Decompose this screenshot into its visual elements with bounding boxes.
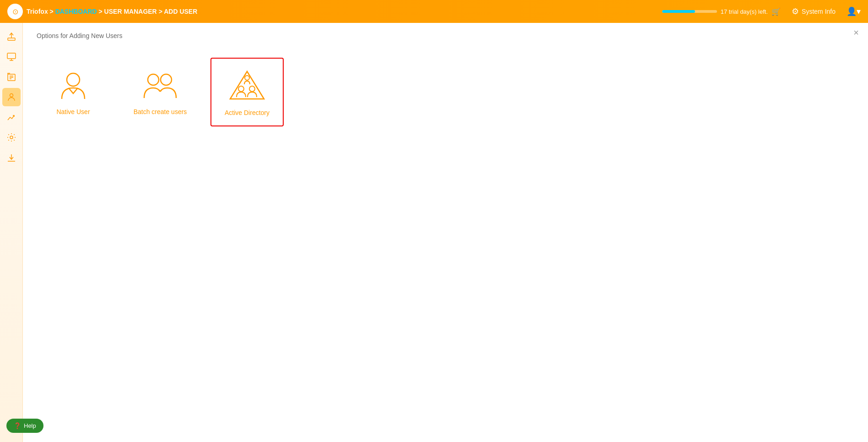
sidebar-item-monitor[interactable] (2, 48, 21, 66)
download-icon (6, 153, 16, 163)
batch-create-icon (140, 67, 181, 104)
svg-point-15 (161, 74, 172, 85)
trial-area: 17 trial day(s) left. 🛒 (662, 7, 781, 16)
analytics-icon (6, 112, 16, 122)
svg-point-13 (67, 73, 80, 86)
close-button[interactable]: × (853, 27, 859, 38)
main-layout: × Options for Adding New Users Native Us… (0, 23, 868, 442)
batch-create-label: Batch create users (134, 108, 187, 115)
breadcrumb-sep1: > (50, 8, 55, 15)
svg-point-19 (245, 76, 249, 80)
svg-point-10 (10, 136, 13, 139)
svg-point-9 (10, 94, 13, 97)
sidebar-item-analytics[interactable] (2, 108, 21, 126)
native-user-label: Native User (56, 108, 90, 115)
users-icon (6, 92, 16, 102)
active-directory-label: Active Directory (225, 109, 270, 116)
content-area: × Options for Adding New Users Native Us… (23, 23, 868, 442)
system-info[interactable]: ⚙ System Info (792, 6, 836, 16)
options-grid: Native User Batch create users (37, 58, 854, 126)
sidebar-item-settings[interactable] (2, 128, 21, 147)
header-left: ⊙ Triofox > DASHBOARD > USER MANAGER > A… (7, 4, 197, 19)
sidebar-item-users[interactable] (2, 88, 21, 106)
files-icon (6, 72, 16, 82)
header-right: 17 trial day(s) left. 🛒 ⚙ System Info 👤▾ (662, 6, 861, 16)
share-icon (6, 32, 16, 42)
help-label: Help (24, 422, 36, 429)
option-card-native-user[interactable]: Native User (37, 58, 110, 125)
breadcrumb: Triofox > DASHBOARD > USER MANAGER > ADD… (27, 8, 197, 15)
breadcrumb-app: Triofox (27, 8, 48, 15)
logo-icon: ⊙ (12, 7, 18, 16)
sidebar-item-download[interactable] (2, 148, 21, 167)
help-circle-icon: ❓ (14, 422, 21, 429)
breadcrumb-sep3: > (159, 8, 164, 15)
trial-progress-fill (662, 10, 695, 13)
logo[interactable]: ⊙ (7, 4, 23, 19)
trial-text: 17 trial day(s) left. (721, 8, 768, 15)
settings-icon (6, 132, 16, 142)
breadcrumb-add-user[interactable]: ADD USER (164, 8, 197, 15)
svg-point-14 (148, 74, 159, 85)
page-title: Options for Adding New Users (37, 32, 854, 39)
user-avatar-icon[interactable]: 👤▾ (846, 6, 861, 16)
sidebar-item-share[interactable] (2, 27, 21, 46)
svg-rect-0 (8, 38, 15, 40)
cart-icon[interactable]: 🛒 (771, 7, 781, 16)
header: ⊙ Triofox > DASHBOARD > USER MANAGER > A… (0, 0, 868, 23)
sidebar (0, 23, 23, 442)
svg-rect-2 (7, 53, 16, 59)
monitor-icon (6, 52, 16, 62)
system-info-label: System Info (802, 8, 836, 15)
option-card-batch-create[interactable]: Batch create users (124, 58, 197, 125)
breadcrumb-dashboard[interactable]: DASHBOARD (55, 8, 97, 15)
svg-point-17 (238, 86, 244, 92)
option-card-active-directory[interactable]: Active Directory (210, 58, 284, 126)
help-button[interactable]: ❓ Help (6, 419, 43, 433)
active-directory-icon (226, 68, 268, 104)
trial-progress-bar (662, 10, 717, 13)
gear-icon: ⚙ (792, 6, 799, 16)
sidebar-item-files[interactable] (2, 68, 21, 86)
breadcrumb-user-manager[interactable]: USER MANAGER (104, 8, 157, 15)
breadcrumb-sep2: > (99, 8, 104, 15)
svg-point-18 (249, 86, 255, 92)
native-user-icon (53, 67, 94, 104)
